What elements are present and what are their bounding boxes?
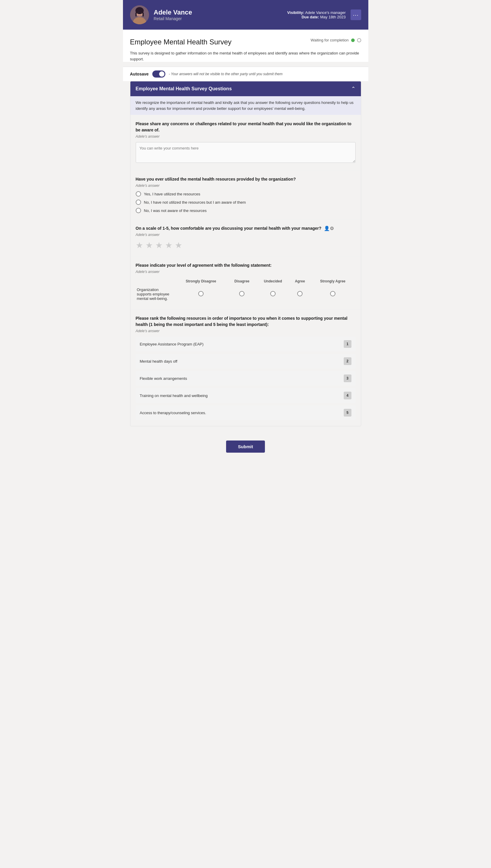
due-row: Due date: May 18th 2023 xyxy=(287,15,346,19)
likert-col-strongly-disagree: Strongly Disagree xyxy=(174,277,228,285)
svg-rect-6 xyxy=(143,12,144,17)
question-5: Please rank the following resources in o… xyxy=(131,309,361,426)
star-3[interactable]: ★ xyxy=(155,240,163,250)
status-dot-green xyxy=(351,38,355,42)
radio-option-1[interactable]: Yes, I have utilized the resources xyxy=(136,191,355,196)
star-1[interactable]: ★ xyxy=(136,240,143,250)
radio-option-2[interactable]: No, I have not utilized the resources bu… xyxy=(136,199,355,205)
likert-row-1-u[interactable] xyxy=(256,285,289,303)
due-label: Due date: xyxy=(302,15,319,19)
likert-radio-d[interactable] xyxy=(239,291,244,296)
autosave-label: Autosave xyxy=(130,72,149,76)
header-right: Visibility: Adele Vance's manager Due da… xyxy=(287,9,361,20)
header: Adele Vance Retail Manager Visibility: A… xyxy=(123,0,368,30)
likert-row-1: Organization supports employee mental we… xyxy=(136,285,355,303)
avatar xyxy=(130,5,149,24)
section-intro: We recognize the importance of mental he… xyxy=(131,96,361,115)
title-status-row: Employee Mental Health Survey Waiting fo… xyxy=(130,38,361,49)
likert-row-1-label: Organization supports employee mental we… xyxy=(136,285,174,303)
radio-text-3: No, I was not aware of the resources xyxy=(144,209,207,213)
likert-table: Strongly Disagree Disagree Undecided Agr… xyxy=(136,277,355,303)
star-2[interactable]: ★ xyxy=(145,240,153,250)
radio-circle-1[interactable] xyxy=(136,191,141,196)
rank-badge-2: 2 xyxy=(344,357,351,365)
rank-badge-3: 3 xyxy=(344,374,351,382)
rank-item-1-text: Employee Assistance Program (EAP) xyxy=(140,342,204,346)
status-row: Waiting for completion xyxy=(311,38,361,42)
svg-point-7 xyxy=(137,12,138,13)
radio-text-1: Yes, I have utilized the resources xyxy=(144,192,200,196)
autosave-row: Autosave - Your answers will not be visi… xyxy=(123,67,368,81)
radio-option-3[interactable]: No, I was not aware of the resources xyxy=(136,208,355,213)
user-role: Retail Manager xyxy=(154,16,192,21)
autosave-toggle[interactable] xyxy=(152,70,165,78)
likert-col-undecided: Undecided xyxy=(256,277,289,285)
likert-col-empty xyxy=(136,277,174,285)
person-settings-icon: 👤⚙ xyxy=(324,225,334,231)
chevron-up-icon[interactable]: ⌃ xyxy=(351,86,355,92)
likert-radio-sa[interactable] xyxy=(330,291,336,296)
submit-row: Submit xyxy=(123,433,368,460)
star-5[interactable]: ★ xyxy=(175,240,182,250)
radio-circle-2[interactable] xyxy=(136,199,141,205)
visibility-row: Visibility: Adele Vance's manager xyxy=(287,10,346,15)
rank-item-3[interactable]: Flexible work arrangements 3 xyxy=(136,371,355,386)
visibility-info: Visibility: Adele Vance's manager Due da… xyxy=(287,10,346,19)
rank-item-4[interactable]: Training on mental health and wellbeing … xyxy=(136,388,355,403)
survey-title: Employee Mental Health Survey xyxy=(130,38,232,46)
star-4[interactable]: ★ xyxy=(165,240,172,250)
due-value: May 18th 2023 xyxy=(320,15,346,19)
autosave-note: - Your answers will not be visible to th… xyxy=(169,72,283,76)
main-content: Employee Mental Health Survey Waiting fo… xyxy=(123,30,368,62)
rank-badge-4: 4 xyxy=(344,392,351,399)
rank-badge-1: 1 xyxy=(344,340,351,348)
question-5-answer-label: Adele's answer xyxy=(136,329,355,333)
question-4: Please indicate your level of agreement … xyxy=(131,256,361,309)
question-5-text: Please rank the following resources in o… xyxy=(136,315,355,328)
svg-point-8 xyxy=(141,12,142,13)
likert-col-strongly-agree: Strongly Agree xyxy=(310,277,355,285)
likert-radio-a[interactable] xyxy=(297,291,302,296)
header-left: Adele Vance Retail Manager xyxy=(130,5,192,24)
question-1-textarea[interactable] xyxy=(136,142,355,163)
question-3-text: On a scale of 1-5, how comfortable are y… xyxy=(136,225,321,231)
question-4-answer-label: Adele's answer xyxy=(136,270,355,274)
question-3-row: On a scale of 1-5, how comfortable are y… xyxy=(136,225,355,231)
status-text: Waiting for completion xyxy=(311,38,348,42)
rank-item-5-text: Access to therapy/counseling services. xyxy=(140,411,206,415)
visibility-value: Adele Vance's manager xyxy=(305,10,346,15)
likert-radio-u[interactable] xyxy=(270,291,276,296)
svg-point-4 xyxy=(136,7,144,14)
survey-description: This survey is designed to gather inform… xyxy=(130,50,361,62)
likert-radio-sd[interactable] xyxy=(198,291,204,296)
question-4-text: Please indicate your level of agreement … xyxy=(136,262,355,269)
survey-section: Employee Mental Health Survey Questions … xyxy=(130,81,361,426)
question-2-answer-label: Adele's answer xyxy=(136,184,355,188)
submit-button[interactable]: Submit xyxy=(226,440,265,453)
question-2-radio-group: Yes, I have utilized the resources No, I… xyxy=(136,191,355,213)
likert-row-1-sa[interactable] xyxy=(310,285,355,303)
rank-item-2[interactable]: Mental health days off 2 xyxy=(136,354,355,369)
svg-rect-5 xyxy=(136,12,137,17)
rank-item-4-text: Training on mental health and wellbeing xyxy=(140,394,208,398)
section-header: Employee Mental Health Survey Questions … xyxy=(131,82,361,96)
likert-row-1-a[interactable] xyxy=(290,285,310,303)
status-circle-outline xyxy=(357,38,361,42)
likert-row-1-sd[interactable] xyxy=(174,285,228,303)
likert-row-1-d[interactable] xyxy=(228,285,256,303)
rank-item-1[interactable]: Employee Assistance Program (EAP) 1 xyxy=(136,337,355,351)
rank-item-5[interactable]: Access to therapy/counseling services. 5 xyxy=(136,405,355,420)
visibility-label: Visibility: xyxy=(287,10,304,15)
rank-item-3-text: Flexible work arrangements xyxy=(140,376,187,381)
rank-item-2-text: Mental health days off xyxy=(140,359,177,364)
user-name: Adele Vance xyxy=(154,8,192,16)
star-rating[interactable]: ★ ★ ★ ★ ★ xyxy=(136,240,355,250)
question-1-text: Please share any concerns or challenges … xyxy=(136,121,355,133)
radio-text-2: No, I have not utilized the resources bu… xyxy=(144,200,246,205)
menu-button[interactable]: ··· xyxy=(350,9,361,20)
question-1-answer-label: Adele's answer xyxy=(136,134,355,138)
radio-circle-3[interactable] xyxy=(136,208,141,213)
question-3-answer-label: Adele's answer xyxy=(136,233,355,237)
question-2-text: Have you ever utilized the mental health… xyxy=(136,176,355,182)
question-1: Please share any concerns or challenges … xyxy=(131,115,361,170)
